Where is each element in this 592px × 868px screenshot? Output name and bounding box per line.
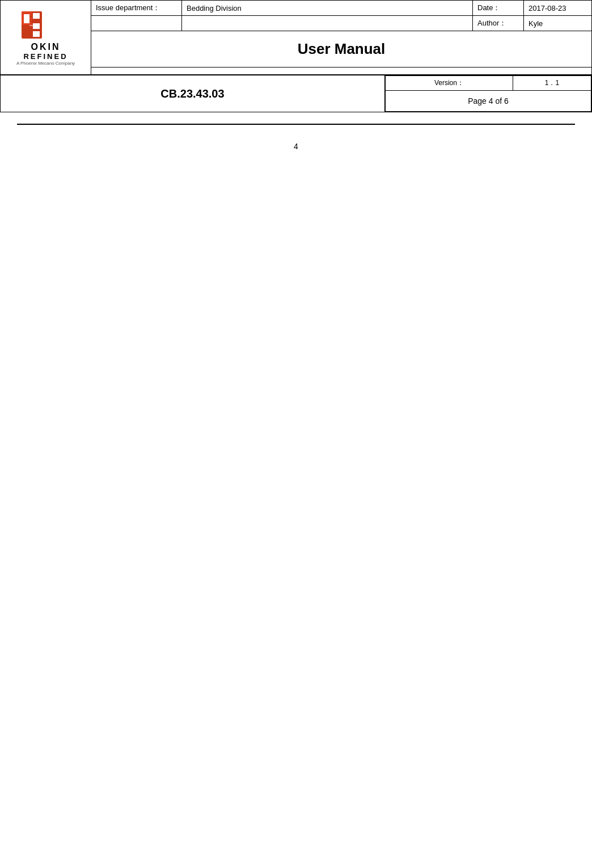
manual-title: User Manual [91, 31, 592, 68]
version-value: 1．1 [513, 76, 591, 91]
product-code: CB.23.43.03 [5, 82, 380, 106]
svg-rect-5 [33, 31, 40, 37]
author-value: Kyle [524, 16, 592, 31]
page-label: Page 4 of 6 [385, 91, 591, 112]
author-label: Author： [473, 16, 524, 31]
date-label: Date： [473, 1, 524, 16]
content-area: 4 [0, 112, 592, 174]
company-logo [20, 10, 71, 41]
product-code-cell: CB.23.43.03 [1, 75, 385, 112]
page: OKIN REFINED A Phoenix Mecano Company Is… [0, 0, 592, 868]
svg-rect-2 [24, 14, 29, 23]
logo-sub: A Phoenix Mecano Company [16, 61, 75, 66]
version-label: Version： [385, 76, 513, 91]
logo-refined: REFINED [23, 52, 67, 61]
date-value: 2017-08-23 [524, 1, 592, 16]
logo-cell: OKIN REFINED A Phoenix Mecano Company [1, 1, 91, 75]
divider [17, 124, 575, 125]
footer-page-number: 4 [294, 142, 298, 151]
product-header-table: CB.23.43.03 Version： 1．1 Page 4 of 6 [0, 75, 592, 112]
version-inner-table: Version： 1．1 Page 4 of 6 [385, 75, 591, 112]
svg-rect-3 [33, 13, 40, 19]
page-footer: 4 [17, 136, 575, 157]
header-table: OKIN REFINED A Phoenix Mecano Company Is… [0, 0, 592, 75]
logo-okin: OKIN [31, 42, 61, 52]
version-page-cell: Version： 1．1 Page 4 of 6 [384, 75, 591, 112]
issue-dept-label: Issue department： [91, 1, 182, 16]
svg-rect-4 [33, 23, 40, 29]
issue-dept-value: Bedding Division [182, 1, 473, 16]
